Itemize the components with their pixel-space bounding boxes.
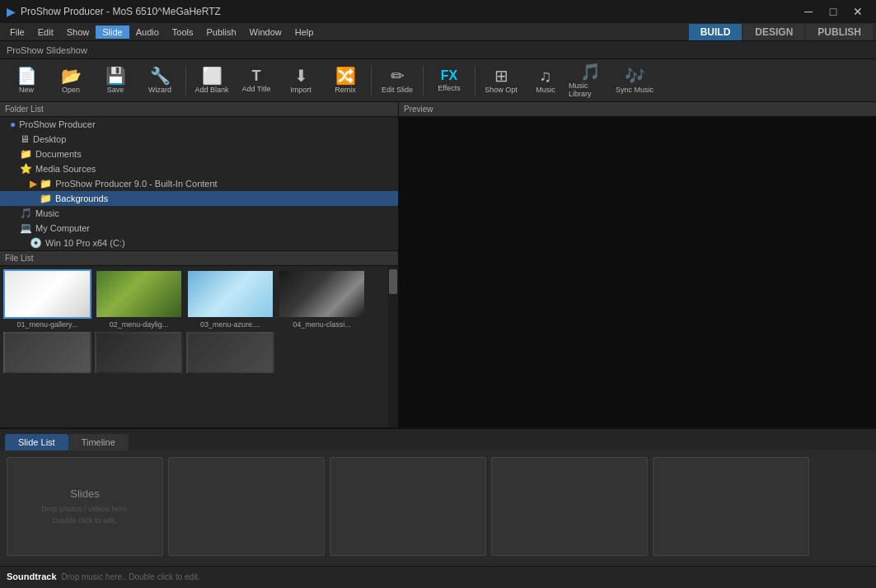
show-opt-button[interactable]: ⊞ Show Opt [480,61,522,100]
bottom-section: Slide List Timeline Slides Drop photos /… [0,427,876,588]
computer-icon: 💻 [20,222,32,234]
menu-slide[interactable]: Slide [96,26,129,39]
file-thumb-img-2 [95,269,183,319]
slide-slot-2[interactable] [168,457,325,556]
music-icon: ♫ [540,68,552,84]
folder-tree[interactable]: ● ProShow Producer 🖥 Desktop 📁 Documents… [0,117,398,250]
tree-item-desktop[interactable]: 🖥 Desktop [0,132,398,147]
tree-item-music[interactable]: 🎵 Music [0,206,398,221]
soundtrack-bar: Soundtrack Drop music here.. Double clic… [0,566,876,586]
file-thumb-img-7 [186,332,274,373]
soundtrack-hint: Drop music here.. Double click to edit. [62,572,200,581]
file-thumb-4[interactable]: 04_menu-classi... [278,269,366,329]
remix-button[interactable]: 🔀 Remix [324,61,367,100]
tree-item-media-sources[interactable]: ⭐ Media Sources [0,161,398,176]
music-button[interactable]: ♫ Music [524,61,567,100]
slides-hint1: Drop photos / videos here. [41,503,129,515]
file-thumb-img-4 [278,269,366,319]
app-icon: ▶ [7,5,16,18]
drive-icon: 💿 [30,237,42,249]
proshow-icon: ● [10,119,16,130]
file-label-3: 03_menu-azure.... [200,320,260,329]
effects-icon: FX [441,69,457,82]
file-scroll-thumb[interactable] [389,269,397,294]
tree-item-backgrounds[interactable]: 📁 Backgrounds [0,191,398,206]
toolbar-separator-4 [475,66,475,96]
save-button[interactable]: 💾 Save [94,61,137,100]
slide-slot-5[interactable] [653,457,809,556]
add-blank-icon: ⬜ [202,68,223,84]
preview-header: Preview [399,102,876,117]
slides-hint2: Double click to edit. [53,515,117,526]
minimize-button[interactable]: ─ [797,2,820,21]
design-mode-button[interactable]: DESIGN [743,24,804,40]
edit-slide-icon: ✏ [391,68,405,84]
file-thumb-1[interactable]: 01_menu-gallery... [3,269,91,329]
remix-icon: 🔀 [335,68,356,84]
open-button[interactable]: 📂 Open [49,61,92,100]
menu-audio[interactable]: Audio [129,26,166,39]
slide-slot-1[interactable]: Slides Drop photos / videos here. Double… [7,457,163,556]
maximize-button[interactable]: □ [822,2,845,21]
add-blank-button[interactable]: ⬜ Add Blank [190,61,233,100]
sync-music-button[interactable]: 🎶 Sync Music [613,61,656,100]
import-button[interactable]: ⬇ Import [279,61,322,100]
add-title-button[interactable]: T Add Title [235,61,278,100]
menu-help[interactable]: Help [288,26,321,39]
menu-tools[interactable]: Tools [166,26,200,39]
app-title: ProShow Slideshow [7,45,87,55]
slides-label: Slides [70,486,99,503]
file-thumb-6[interactable] [95,332,183,373]
toolbar-separator-2 [371,66,372,96]
file-label-4: 04_menu-classi... [293,320,351,329]
folder-list-header: Folder List [0,102,398,117]
file-thumb-7[interactable] [186,332,274,373]
close-button[interactable]: ✕ [846,2,869,21]
folder-section: Folder List ● ProShow Producer 🖥 Desktop… [0,102,398,251]
menu-publish[interactable]: Publish [200,26,243,39]
tree-item-proshow[interactable]: ● ProShow Producer [0,117,398,132]
music-library-icon: 🎵 [580,63,601,80]
file-thumb-img-6 [95,332,183,373]
file-thumb-img-1 [3,269,91,319]
file-thumb-img-5 [3,332,91,373]
tab-timeline[interactable]: Timeline [68,434,129,450]
file-thumb-3[interactable]: 03_menu-azure.... [186,269,274,329]
effects-button[interactable]: FX Effects [428,61,471,100]
titlebar-left: ▶ ProShow Producer - MoS 6510^MeGaHeRTZ [7,5,221,18]
file-list-header: File List [0,251,398,266]
file-label-1: 01_menu-gallery... [17,320,78,329]
menu-file[interactable]: File [3,26,31,39]
slide-slot-4[interactable] [491,457,648,556]
toolbar: 📄 New 📂 Open 💾 Save 🔧 Wizard ⬜ Add Blank… [0,59,876,102]
file-thumb-5[interactable] [3,332,91,373]
soundtrack-label: Soundtrack [7,572,57,581]
tree-item-drive-c[interactable]: 💿 Win 10 Pro x64 (C:) [0,236,398,250]
menu-window[interactable]: Window [243,26,288,39]
slide-tabs: Slide List Timeline [0,429,876,450]
menubar: File Edit Show Slide Audio Tools Publish… [0,23,876,41]
mode-switcher: BUILD DESIGN PUBLISH [689,24,873,40]
publish-mode-button[interactable]: PUBLISH [806,24,873,40]
backgrounds-icon: 📁 [40,193,52,204]
menu-show[interactable]: Show [60,26,96,39]
wizard-button[interactable]: 🔧 Wizard [138,61,181,100]
titlebar: ▶ ProShow Producer - MoS 6510^MeGaHeRTZ … [0,0,876,23]
tree-item-documents[interactable]: 📁 Documents [0,147,398,161]
sync-music-icon: 🎶 [625,68,645,84]
new-button[interactable]: 📄 New [5,61,48,100]
tree-item-builtin-content[interactable]: ▶ 📁 ProShow Producer 9.0 - Built-In Cont… [0,176,398,191]
file-label-2: 02_menu-daylig... [110,320,169,329]
tree-item-mycomputer[interactable]: 💻 My Computer [0,221,398,236]
build-mode-button[interactable]: BUILD [689,24,742,40]
new-icon: 📄 [16,68,37,84]
file-thumb-2[interactable]: 02_menu-daylig... [95,269,183,329]
slide-slot-3[interactable] [330,457,486,556]
toolbar-separator-3 [423,66,424,96]
edit-slide-button[interactable]: ✏ Edit Slide [376,61,419,100]
tab-slide-list[interactable]: Slide List [5,434,68,450]
toolbar-separator-1 [185,66,186,96]
menu-edit[interactable]: Edit [31,26,60,39]
media-sources-icon: ⭐ [20,163,32,175]
music-library-button[interactable]: 🎵 Music Library [569,61,611,100]
